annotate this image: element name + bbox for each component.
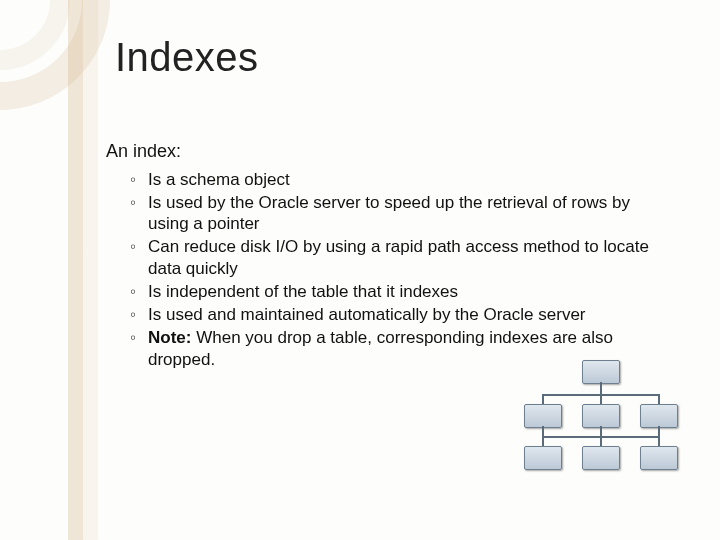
org-node [524,446,562,470]
decorative-left-band [68,0,98,540]
list-item: Is used by the Oracle server to speed up… [130,192,671,235]
bullet-text: Can reduce disk I/O by using a rapid pat… [148,237,649,277]
decorative-ring-inner [0,0,70,70]
org-node [582,360,620,384]
org-connector [542,436,544,446]
org-connector [600,394,602,404]
org-connector [658,436,660,446]
org-node [640,446,678,470]
org-chart-icon [520,360,680,470]
org-connector [658,426,660,436]
decorative-ring-outer [0,0,110,110]
list-item: Can reduce disk I/O by using a rapid pat… [130,236,671,279]
org-connector [600,382,602,394]
bullet-list: Is a schema object Is used by the Oracle… [106,169,671,370]
list-item: Is independent of the table that it inde… [130,281,671,302]
org-connector [542,394,544,404]
intro-text: An index: [106,140,671,163]
bullet-text: Is a schema object [148,170,290,189]
org-connector [658,394,660,404]
bullet-text: Is independent of the table that it inde… [148,282,458,301]
org-node [640,404,678,428]
bullet-text: Is used and maintained automatically by … [148,305,586,324]
org-node [582,404,620,428]
org-connector [600,426,602,436]
list-item: Is used and maintained automatically by … [130,304,671,325]
slide-body: An index: Is a schema object Is used by … [106,140,671,372]
slide-title: Indexes [115,35,259,80]
org-connector [600,436,602,446]
org-connector [542,426,544,436]
list-item: Is a schema object [130,169,671,190]
org-node [582,446,620,470]
bullet-text: Is used by the Oracle server to speed up… [148,193,630,233]
org-node [524,404,562,428]
note-label: Note: [148,328,191,347]
